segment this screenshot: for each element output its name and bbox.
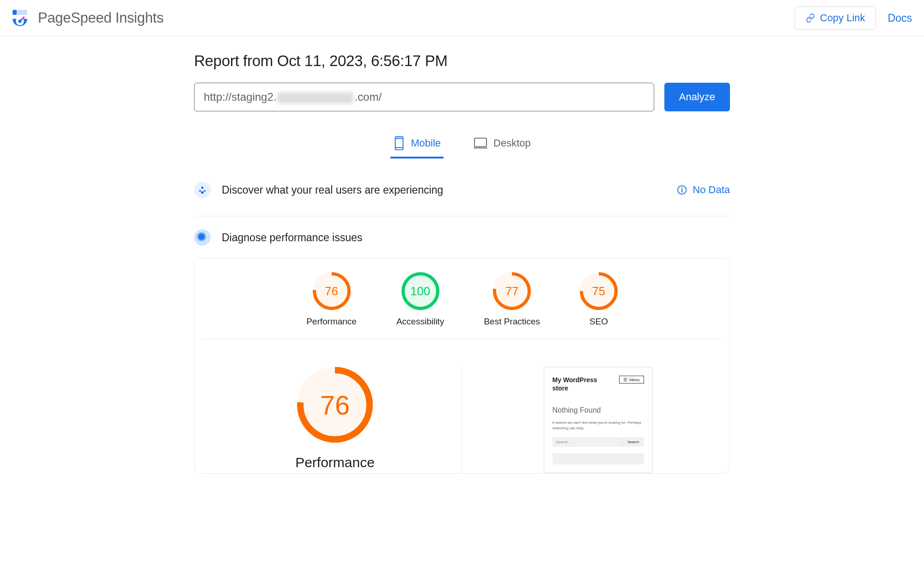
preview-search-input: Search … <box>553 437 623 447</box>
gauge-score: 100 <box>401 272 439 310</box>
preview-site-title: My WordPress store <box>553 376 608 392</box>
analyze-button[interactable]: Analyze <box>664 83 730 111</box>
svg-point-3 <box>18 20 22 23</box>
url-suffix: .com/ <box>354 91 382 103</box>
url-prefix: http://staging2. <box>204 91 276 103</box>
link-icon <box>805 13 815 23</box>
performance-gauge-large: 76 Performance <box>208 367 462 473</box>
copy-link-label: Copy Link <box>820 12 865 24</box>
mobile-icon <box>393 136 405 150</box>
url-input[interactable]: http://staging2..com/ <box>194 83 654 111</box>
preview-search-row: Search … Search <box>553 437 644 447</box>
gauge-score: 75 <box>580 272 618 310</box>
pagespeed-logo-icon <box>10 8 30 28</box>
gauge-performance[interactable]: 76 Performance <box>306 272 357 327</box>
tab-desktop[interactable]: Desktop <box>470 130 534 158</box>
screenshot-preview: My WordPress store ☰ Menu Nothing Found … <box>544 367 653 473</box>
tab-mobile-label: Mobile <box>411 137 441 149</box>
svg-point-11 <box>204 190 206 192</box>
header: PageSpeed Insights Copy Link Docs <box>0 0 924 37</box>
gauge-best-practices[interactable]: 77 Best Practices <box>484 272 540 327</box>
gauge-label: Accessibility <box>396 317 444 327</box>
preview-search-button: Search <box>622 437 644 447</box>
desktop-icon <box>473 137 488 149</box>
svg-rect-1 <box>12 10 17 15</box>
svg-point-9 <box>201 187 204 189</box>
device-tabs: Mobile Desktop <box>194 130 730 158</box>
svg-rect-7 <box>474 138 486 147</box>
product-title: PageSpeed Insights <box>38 10 164 26</box>
crux-icon <box>194 182 211 198</box>
lighthouse-heading: Diagnose performance issues <box>222 232 362 244</box>
docs-link[interactable]: Docs <box>888 12 912 24</box>
url-redacted <box>277 92 353 104</box>
preview-message: It seems we can't find what you're looki… <box>553 420 644 430</box>
lighthouse-icon <box>194 229 211 246</box>
performance-large-label: Performance <box>295 455 375 470</box>
performance-score: 76 <box>297 367 373 443</box>
tab-desktop-label: Desktop <box>493 137 531 149</box>
no-data-label: No Data <box>693 184 730 196</box>
preview-footer-bar <box>553 453 644 464</box>
lighthouse-section: Diagnose performance issues <box>194 227 730 253</box>
performance-detail: 76 Performance My WordPress store ☰ Menu… <box>195 339 729 473</box>
crux-header: Discover what your real users are experi… <box>194 174 443 206</box>
gauge-label: SEO <box>590 317 608 327</box>
gauges-row: 76 Performance 100 Accessibility 77 Best… <box>201 272 723 339</box>
copy-link-button[interactable]: Copy Link <box>795 6 876 30</box>
gauge-label: Best Practices <box>484 317 540 327</box>
svg-point-10 <box>199 190 201 192</box>
brand: PageSpeed Insights <box>10 8 164 28</box>
gauge-score: 76 <box>313 272 351 310</box>
crux-heading: Discover what your real users are experi… <box>222 184 443 196</box>
lighthouse-card: 76 Performance 100 Accessibility 77 Best… <box>194 258 730 474</box>
screenshot-preview-area: My WordPress store ☰ Menu Nothing Found … <box>480 367 716 473</box>
performance-large-gauge: 76 <box>297 367 373 443</box>
preview-menu-button: ☰ Menu <box>619 376 644 384</box>
url-row: http://staging2..com/ Analyze <box>194 83 730 111</box>
crux-section: Discover what your real users are experi… <box>194 174 730 216</box>
gauge-seo[interactable]: 75 SEO <box>580 272 618 327</box>
info-icon <box>677 185 687 195</box>
tab-mobile[interactable]: Mobile <box>390 130 444 158</box>
gauge-label: Performance <box>306 317 357 327</box>
gauge-score: 77 <box>493 272 531 310</box>
main: Report from Oct 11, 2023, 6:56:17 PM htt… <box>189 37 735 474</box>
report-title: Report from Oct 11, 2023, 6:56:17 PM <box>194 52 730 70</box>
preview-not-found: Nothing Found <box>553 406 644 414</box>
header-actions: Copy Link Docs <box>795 6 912 30</box>
no-data-button[interactable]: No Data <box>677 184 730 196</box>
gauge-accessibility[interactable]: 100 Accessibility <box>396 272 444 327</box>
preview-menu-label: Menu <box>629 378 640 382</box>
svg-rect-12 <box>201 191 204 194</box>
